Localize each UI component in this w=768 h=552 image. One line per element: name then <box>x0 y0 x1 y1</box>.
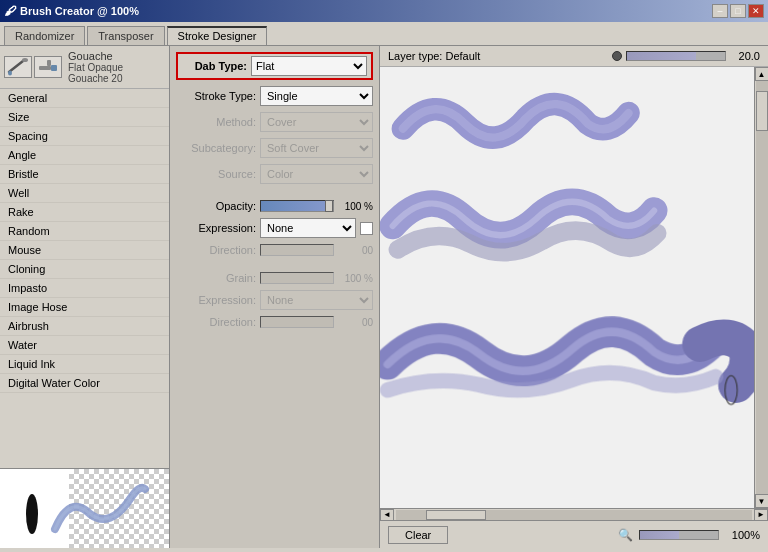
vertical-scrollbar: ▲ ▼ <box>754 67 768 508</box>
source-row: Source: Color <box>176 164 373 184</box>
direction2-value: 00 <box>338 317 373 328</box>
svg-point-6 <box>26 494 38 534</box>
separator-2 <box>176 262 373 268</box>
nav-item-liquid-ink[interactable]: Liquid Ink <box>0 355 169 374</box>
opacity-fill <box>261 201 333 211</box>
zoom-area: 🔍 100% <box>618 528 760 542</box>
stroke-type-label: Stroke Type: <box>176 90 256 102</box>
scroll-up-button[interactable]: ▲ <box>755 67 769 81</box>
nav-item-impasto[interactable]: Impasto <box>0 279 169 298</box>
svg-rect-4 <box>51 65 57 71</box>
nav-item-cloning[interactable]: Cloning <box>0 260 169 279</box>
method-label: Method: <box>176 116 256 128</box>
brush-name-area: Gouache Flat Opaque Gouache 20 <box>64 50 165 84</box>
canvas-area[interactable] <box>380 67 754 508</box>
svg-line-0 <box>9 61 23 72</box>
svg-point-2 <box>8 71 12 76</box>
nav-item-spacing[interactable]: Spacing <box>0 127 169 146</box>
direction-label: Direction: <box>176 244 256 256</box>
scroll-v-thumb[interactable] <box>756 91 768 131</box>
layer-value: 20.0 <box>730 50 760 62</box>
opacity-slider-track[interactable] <box>260 200 334 212</box>
direction2-label: Direction: <box>176 316 256 328</box>
source-label: Source: <box>176 168 256 180</box>
app-icon: 🖌 <box>4 4 16 18</box>
scroll-left-button[interactable]: ◄ <box>380 509 394 521</box>
flat-brush-icon <box>37 58 59 76</box>
svg-point-1 <box>22 58 28 62</box>
bottom-bar: Clear 🔍 100% <box>380 520 768 548</box>
expression2-select: None <box>260 290 373 310</box>
grain-label: Grain: <box>176 272 256 284</box>
nav-item-rake[interactable]: Rake <box>0 203 169 222</box>
nav-list: General Size Spacing Angle Bristle Well … <box>0 89 169 468</box>
tab-transposer[interactable]: Transposer <box>87 26 164 45</box>
nav-item-bristle[interactable]: Bristle <box>0 165 169 184</box>
zoom-slider[interactable] <box>639 530 719 540</box>
stroke-type-select[interactable]: Single Multi <box>260 86 373 106</box>
method-select: Cover <box>260 112 373 132</box>
subcategory-label: Subcategory: <box>176 142 256 154</box>
nav-item-general[interactable]: General <box>0 89 169 108</box>
layer-slider[interactable] <box>626 51 726 61</box>
direction-slider-track <box>260 244 334 256</box>
brush-name: Gouache <box>64 50 165 62</box>
direction-row: Direction: 00 <box>176 244 373 256</box>
layer-dot <box>612 51 622 61</box>
brush-icon-2[interactable] <box>34 56 62 78</box>
nav-item-mouse[interactable]: Mouse <box>0 241 169 260</box>
opacity-thumb[interactable] <box>325 200 333 212</box>
zoom-icon: 🔍 <box>618 528 633 542</box>
left-panel: Gouache Flat Opaque Gouache 20 General S… <box>0 46 170 548</box>
scroll-h-track <box>396 510 752 520</box>
tab-stroke-designer[interactable]: Stroke Designer <box>167 26 268 45</box>
separator-1 <box>176 190 373 196</box>
minimize-button[interactable]: – <box>712 4 728 18</box>
grain-slider-track <box>260 272 334 284</box>
canvas-with-scroll: ▲ ▼ <box>380 67 768 508</box>
brush-header: Gouache Flat Opaque Gouache 20 <box>0 46 169 89</box>
close-button[interactable]: ✕ <box>748 4 764 18</box>
source-select: Color <box>260 164 373 184</box>
brush-stroke-preview <box>50 474 150 544</box>
paintbrush-icon <box>7 58 29 76</box>
subcategory-select: Soft Cover <box>260 138 373 158</box>
center-panel: Dab Type: Flat Camel Bristle Stroke Type… <box>170 46 380 548</box>
nav-item-airbrush[interactable]: Airbrush <box>0 317 169 336</box>
nav-item-image-hose[interactable]: Image Hose <box>0 298 169 317</box>
expression-row: Expression: None Pressure <box>176 218 373 238</box>
nav-item-well[interactable]: Well <box>0 184 169 203</box>
layer-type-label: Layer type: Default <box>388 50 480 62</box>
nav-item-random[interactable]: Random <box>0 222 169 241</box>
tabs-area: Randomizer Transposer Stroke Designer <box>0 22 768 46</box>
zoom-value: 100% <box>725 529 760 541</box>
scroll-h-thumb[interactable] <box>426 510 486 520</box>
opacity-value: 100 % <box>338 201 373 212</box>
main-content: Gouache Flat Opaque Gouache 20 General S… <box>0 46 768 548</box>
nav-item-size[interactable]: Size <box>0 108 169 127</box>
grain-value: 100 % <box>338 273 373 284</box>
expression-select[interactable]: None Pressure <box>260 218 356 238</box>
direction2-row: Direction: 00 <box>176 316 373 328</box>
direction-value: 00 <box>338 245 373 256</box>
brush-icon-1[interactable] <box>4 56 32 78</box>
dab-type-select[interactable]: Flat Camel Bristle <box>251 56 367 76</box>
subcategory-row: Subcategory: Soft Cover <box>176 138 373 158</box>
expression-checkbox[interactable] <box>360 222 373 235</box>
nav-item-digital-water-color[interactable]: Digital Water Color <box>0 374 169 393</box>
svg-rect-3 <box>39 66 51 70</box>
maximize-button[interactable]: □ <box>730 4 746 18</box>
scroll-right-button[interactable]: ► <box>754 509 768 521</box>
opacity-label: Opacity: <box>176 200 256 212</box>
brush-preview <box>0 468 169 548</box>
expression-label: Expression: <box>176 222 256 234</box>
stroke-type-row: Stroke Type: Single Multi <box>176 86 373 106</box>
tab-randomizer[interactable]: Randomizer <box>4 26 85 45</box>
scroll-down-button[interactable]: ▼ <box>755 494 769 508</box>
nav-item-water[interactable]: Water <box>0 336 169 355</box>
title-bar: 🖌 Brush Creator @ 100% – □ ✕ <box>0 0 768 22</box>
scroll-v-track <box>756 81 768 494</box>
brush-strokes-svg <box>380 67 754 508</box>
clear-button[interactable]: Clear <box>388 526 448 544</box>
nav-item-angle[interactable]: Angle <box>0 146 169 165</box>
